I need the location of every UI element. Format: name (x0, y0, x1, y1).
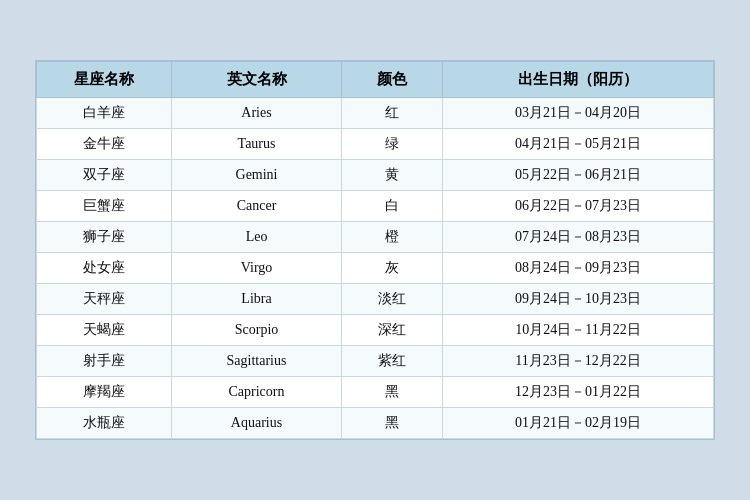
table-row: 水瓶座Aquarius黑01月21日－02月19日 (37, 408, 714, 439)
cell-chinese: 天蝎座 (37, 315, 172, 346)
cell-english: Virgo (172, 253, 341, 284)
cell-english: Taurus (172, 129, 341, 160)
cell-chinese: 水瓶座 (37, 408, 172, 439)
table-row: 天蝎座Scorpio深红10月24日－11月22日 (37, 315, 714, 346)
cell-color: 灰 (341, 253, 443, 284)
cell-color: 绿 (341, 129, 443, 160)
cell-date: 12月23日－01月22日 (443, 377, 714, 408)
cell-color: 黄 (341, 160, 443, 191)
cell-date: 11月23日－12月22日 (443, 346, 714, 377)
table-row: 双子座Gemini黄05月22日－06月21日 (37, 160, 714, 191)
cell-color: 黑 (341, 377, 443, 408)
cell-english: Scorpio (172, 315, 341, 346)
cell-chinese: 巨蟹座 (37, 191, 172, 222)
table-row: 白羊座Aries红03月21日－04月20日 (37, 98, 714, 129)
cell-chinese: 摩羯座 (37, 377, 172, 408)
cell-color: 黑 (341, 408, 443, 439)
cell-english: Sagittarius (172, 346, 341, 377)
table-row: 金牛座Taurus绿04月21日－05月21日 (37, 129, 714, 160)
cell-chinese: 处女座 (37, 253, 172, 284)
cell-english: Cancer (172, 191, 341, 222)
cell-date: 05月22日－06月21日 (443, 160, 714, 191)
cell-english: Leo (172, 222, 341, 253)
cell-date: 01月21日－02月19日 (443, 408, 714, 439)
cell-color: 白 (341, 191, 443, 222)
cell-chinese: 狮子座 (37, 222, 172, 253)
cell-date: 10月24日－11月22日 (443, 315, 714, 346)
zodiac-table: 星座名称 英文名称 颜色 出生日期（阳历） 白羊座Aries红03月21日－04… (36, 61, 714, 439)
table-row: 狮子座Leo橙07月24日－08月23日 (37, 222, 714, 253)
cell-color: 淡红 (341, 284, 443, 315)
cell-date: 09月24日－10月23日 (443, 284, 714, 315)
cell-chinese: 双子座 (37, 160, 172, 191)
zodiac-table-wrapper: 星座名称 英文名称 颜色 出生日期（阳历） 白羊座Aries红03月21日－04… (35, 60, 715, 440)
cell-date: 04月21日－05月21日 (443, 129, 714, 160)
cell-chinese: 天秤座 (37, 284, 172, 315)
cell-english: Aries (172, 98, 341, 129)
table-row: 射手座Sagittarius紫红11月23日－12月22日 (37, 346, 714, 377)
cell-color: 深红 (341, 315, 443, 346)
header-english: 英文名称 (172, 62, 341, 98)
header-date: 出生日期（阳历） (443, 62, 714, 98)
cell-chinese: 射手座 (37, 346, 172, 377)
table-row: 天秤座Libra淡红09月24日－10月23日 (37, 284, 714, 315)
header-chinese: 星座名称 (37, 62, 172, 98)
table-row: 摩羯座Capricorn黑12月23日－01月22日 (37, 377, 714, 408)
cell-color: 紫红 (341, 346, 443, 377)
cell-date: 07月24日－08月23日 (443, 222, 714, 253)
cell-color: 橙 (341, 222, 443, 253)
cell-english: Libra (172, 284, 341, 315)
table-row: 巨蟹座Cancer白06月22日－07月23日 (37, 191, 714, 222)
table-row: 处女座Virgo灰08月24日－09月23日 (37, 253, 714, 284)
cell-english: Gemini (172, 160, 341, 191)
cell-chinese: 白羊座 (37, 98, 172, 129)
cell-date: 08月24日－09月23日 (443, 253, 714, 284)
table-header-row: 星座名称 英文名称 颜色 出生日期（阳历） (37, 62, 714, 98)
cell-english: Capricorn (172, 377, 341, 408)
cell-date: 06月22日－07月23日 (443, 191, 714, 222)
cell-date: 03月21日－04月20日 (443, 98, 714, 129)
cell-english: Aquarius (172, 408, 341, 439)
cell-color: 红 (341, 98, 443, 129)
header-color: 颜色 (341, 62, 443, 98)
cell-chinese: 金牛座 (37, 129, 172, 160)
